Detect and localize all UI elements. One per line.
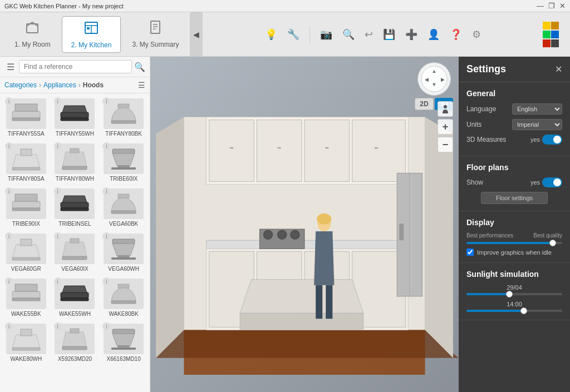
product-item[interactable]: i WAKE80WH xyxy=(2,321,50,365)
product-item[interactable]: i X59263MD20 xyxy=(51,321,99,365)
svg-rect-5 xyxy=(151,21,160,33)
view-controls-right: + − xyxy=(438,101,453,152)
time-slider-thumb[interactable] xyxy=(520,307,527,314)
product-item[interactable]: i WAKE55WH xyxy=(51,276,99,320)
product-item[interactable]: i VEGA60WH xyxy=(100,231,148,275)
breadcrumb-appliances-link[interactable]: Appliances xyxy=(43,81,76,89)
svg-rect-57 xyxy=(62,346,87,350)
product-info-icon[interactable]: i xyxy=(5,142,13,150)
gear-button[interactable]: ⚙ xyxy=(470,26,483,43)
view-2d-button[interactable]: 2D xyxy=(415,98,433,110)
sidebar-menu-button[interactable]: ☰ xyxy=(4,62,17,72)
show-floor-toggle[interactable]: yes xyxy=(530,177,562,187)
product-info-icon[interactable]: i xyxy=(54,187,62,195)
breadcrumb-categories-link[interactable]: Categories xyxy=(4,81,37,89)
product-item[interactable]: i TIFFANY80WH xyxy=(51,141,99,185)
search-submit-button[interactable]: 🔍 xyxy=(134,62,145,72)
product-item[interactable]: i TRIBEINSEL xyxy=(51,186,99,230)
product-name-label: WAKE55WH xyxy=(59,311,91,317)
quality-slider-track[interactable] xyxy=(466,242,562,244)
product-info-icon[interactable]: i xyxy=(5,232,13,240)
zoom-in-button[interactable]: + xyxy=(438,119,453,135)
floor-plans-section: Floor plans Show yes Floor settings xyxy=(459,156,570,211)
product-item[interactable]: i TIFFANY80SA xyxy=(2,141,50,185)
svg-rect-29 xyxy=(12,208,40,211)
improve-graphics-label: Improve graphics when idle xyxy=(477,249,552,256)
product-item[interactable]: i VEGA60GR xyxy=(2,231,50,275)
product-info-icon[interactable]: i xyxy=(54,322,62,330)
product-item[interactable]: i VEGA60IX xyxy=(51,231,99,275)
date-slider-thumb[interactable] xyxy=(506,291,513,297)
lightbulb-tool-button[interactable]: 💡 xyxy=(263,26,279,43)
date-slider-track[interactable] xyxy=(466,293,562,295)
main-content: ☰ 🔍 Categories › Appliances › Hoods ☰ i … xyxy=(0,57,570,392)
improve-graphics-checkbox[interactable] xyxy=(466,249,474,256)
product-item[interactable]: i X66163MD10 xyxy=(100,321,148,365)
svg-rect-47 xyxy=(12,298,40,301)
product-info-icon[interactable]: i xyxy=(5,97,13,105)
search-button[interactable]: 🔍 xyxy=(340,26,357,43)
tab-my-summary[interactable]: 3. My Summary xyxy=(123,16,188,53)
add-button[interactable]: ➕ xyxy=(403,26,420,43)
search-input[interactable] xyxy=(19,60,132,73)
product-item[interactable]: i TIFFANY80BK xyxy=(100,96,148,140)
tab-my-room[interactable]: 1. My Room xyxy=(6,16,60,53)
language-select[interactable]: English French German xyxy=(512,103,562,115)
compass-control[interactable]: ▲ ▼ ◀ ▶ xyxy=(417,62,451,96)
product-item[interactable]: i VEGA60BK xyxy=(100,186,148,230)
svg-rect-32 xyxy=(61,208,89,211)
svg-rect-19 xyxy=(12,167,40,170)
show-floor-switch[interactable] xyxy=(542,177,562,187)
product-item[interactable]: i TRIBE60IX xyxy=(100,141,148,185)
minimize-button[interactable]: — xyxy=(537,2,544,10)
product-info-icon[interactable]: i xyxy=(54,277,62,285)
help-button[interactable]: ❓ xyxy=(448,26,464,43)
time-slider-track[interactable] xyxy=(466,310,562,312)
measures-3d-switch[interactable] xyxy=(542,135,562,145)
product-info-icon[interactable]: i xyxy=(5,322,13,330)
product-info-icon[interactable]: i xyxy=(54,97,62,105)
svg-marker-35 xyxy=(12,245,40,259)
maximize-button[interactable]: ❐ xyxy=(548,2,555,10)
camera-button[interactable]: 📷 xyxy=(318,26,335,43)
undo-button[interactable]: ↩ xyxy=(362,26,375,43)
product-item[interactable]: i TIFFANY55WH xyxy=(51,96,99,140)
product-info-icon[interactable]: i xyxy=(54,142,62,150)
wrench-tool-button[interactable]: 🔧 xyxy=(285,26,302,43)
person-view-button[interactable] xyxy=(438,101,453,117)
breadcrumb-list-button[interactable]: ☰ xyxy=(138,81,145,90)
svg-marker-20 xyxy=(62,152,87,167)
user-button[interactable]: 👤 xyxy=(425,26,442,43)
product-info-icon[interactable]: i xyxy=(5,277,13,285)
product-item[interactable]: i TIFFANY55SA xyxy=(2,96,50,140)
app-container: 1. My Room 2. My Kitchen xyxy=(0,12,570,392)
collapse-sidebar-button[interactable]: ◀ xyxy=(190,12,203,56)
quality-slider-thumb[interactable] xyxy=(549,240,556,246)
svg-marker-53 xyxy=(12,335,40,349)
save-button[interactable]: 💾 xyxy=(381,26,397,43)
units-select[interactable]: Imperial Metric xyxy=(512,119,562,130)
product-info-icon[interactable]: i xyxy=(5,187,13,195)
product-item[interactable]: i WAKE55BK xyxy=(2,276,50,320)
measures-3d-label: 3D Measures xyxy=(466,136,506,143)
tab-my-kitchen[interactable]: 2. My Kitchen xyxy=(62,16,121,53)
language-row: Language English French German xyxy=(466,103,562,115)
svg-text:▲: ▲ xyxy=(431,68,436,74)
zoom-out-button[interactable]: − xyxy=(438,137,453,152)
settings-close-button[interactable]: ✕ xyxy=(555,64,562,75)
svg-rect-55 xyxy=(12,348,40,350)
svg-rect-39 xyxy=(62,256,87,260)
svg-rect-10 xyxy=(15,104,37,111)
svg-marker-87 xyxy=(240,280,363,313)
show-floor-row: Show yes xyxy=(466,177,562,187)
floor-settings-button[interactable]: Floor settings xyxy=(481,192,548,204)
product-item[interactable]: i WAKE80BK xyxy=(100,276,148,320)
tab-room-label: 1. My Room xyxy=(14,41,51,48)
svg-rect-59 xyxy=(112,329,135,334)
product-item[interactable]: i TRIBE90IX xyxy=(2,186,50,230)
quality-slider-row: Best performances Best quality xyxy=(466,232,562,245)
close-window-button[interactable]: ✕ xyxy=(559,2,566,10)
measures-3d-toggle[interactable]: yes xyxy=(530,135,562,145)
svg-rect-4 xyxy=(87,27,90,29)
product-info-icon[interactable]: i xyxy=(54,232,62,240)
